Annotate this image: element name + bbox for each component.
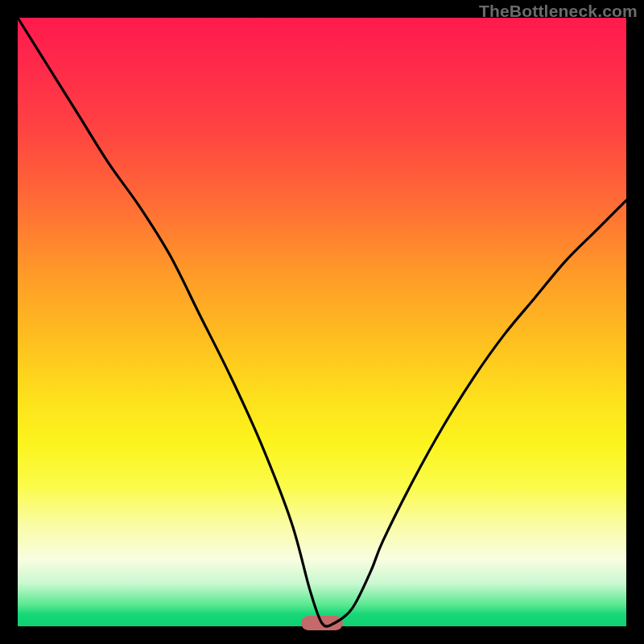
curve-path (18, 18, 626, 626)
chart-frame: TheBottleneck.com (0, 0, 644, 644)
plot-area (18, 18, 626, 626)
bottleneck-curve (18, 18, 626, 626)
watermark-text: TheBottleneck.com (479, 2, 638, 21)
